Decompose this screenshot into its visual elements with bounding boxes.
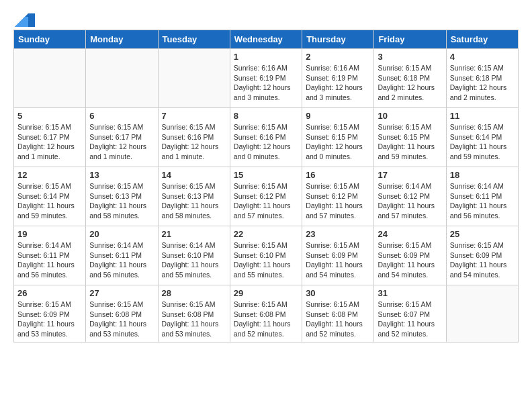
day-info: Sunrise: 6:15 AM Sunset: 6:15 PM Dayligh… — [306, 122, 370, 162]
day-number: 11 — [450, 111, 515, 121]
calendar-cell: 1Sunrise: 6:16 AM Sunset: 6:19 PM Daylig… — [230, 49, 302, 108]
calendar-cell — [158, 49, 230, 108]
calendar-cell: 20Sunrise: 6:14 AM Sunset: 6:11 PM Dayli… — [86, 226, 158, 285]
calendar-cell: 15Sunrise: 6:15 AM Sunset: 6:12 PM Dayli… — [230, 167, 302, 226]
calendar-cell — [14, 49, 86, 108]
day-number: 29 — [234, 288, 298, 298]
calendar-cell: 25Sunrise: 6:15 AM Sunset: 6:09 PM Dayli… — [446, 226, 518, 285]
day-number: 2 — [306, 52, 370, 62]
day-number: 23 — [306, 229, 370, 239]
day-info: Sunrise: 6:16 AM Sunset: 6:19 PM Dayligh… — [234, 63, 298, 103]
day-info: Sunrise: 6:16 AM Sunset: 6:19 PM Dayligh… — [306, 63, 370, 103]
calendar-cell: 6Sunrise: 6:15 AM Sunset: 6:17 PM Daylig… — [86, 108, 158, 167]
calendar-cell: 23Sunrise: 6:15 AM Sunset: 6:09 PM Dayli… — [302, 226, 374, 285]
day-info: Sunrise: 6:15 AM Sunset: 6:07 PM Dayligh… — [378, 300, 442, 339]
day-number: 24 — [378, 229, 442, 239]
calendar-cell — [86, 49, 158, 108]
day-info: Sunrise: 6:15 AM Sunset: 6:08 PM Dayligh… — [89, 300, 154, 339]
day-info: Sunrise: 6:15 AM Sunset: 6:09 PM Dayligh… — [306, 240, 370, 280]
calendar-cell: 5Sunrise: 6:15 AM Sunset: 6:17 PM Daylig… — [14, 108, 86, 167]
day-number: 21 — [162, 229, 226, 239]
day-number: 18 — [450, 170, 515, 180]
day-info: Sunrise: 6:15 AM Sunset: 6:13 PM Dayligh… — [162, 181, 226, 221]
day-number: 15 — [234, 170, 298, 180]
day-info: Sunrise: 6:15 AM Sunset: 6:14 PM Dayligh… — [450, 122, 515, 162]
day-number: 13 — [89, 170, 154, 180]
day-info: Sunrise: 6:14 AM Sunset: 6:11 PM Dayligh… — [450, 181, 515, 221]
calendar-cell: 3Sunrise: 6:15 AM Sunset: 6:18 PM Daylig… — [374, 49, 446, 108]
day-info: Sunrise: 6:15 AM Sunset: 6:17 PM Dayligh… — [89, 122, 154, 162]
calendar-cell: 22Sunrise: 6:15 AM Sunset: 6:10 PM Dayli… — [230, 226, 302, 285]
calendar-cell: 13Sunrise: 6:15 AM Sunset: 6:13 PM Dayli… — [86, 167, 158, 226]
day-number: 10 — [378, 111, 442, 121]
calendar-header-row: SundayMondayTuesdayWednesdayThursdayFrid… — [14, 30, 519, 49]
day-number: 1 — [234, 52, 298, 62]
day-info: Sunrise: 6:15 AM Sunset: 6:12 PM Dayligh… — [234, 181, 298, 221]
day-number: 30 — [306, 288, 370, 298]
day-number: 6 — [89, 111, 154, 121]
day-info: Sunrise: 6:15 AM Sunset: 6:12 PM Dayligh… — [306, 181, 370, 221]
day-number: 12 — [17, 170, 82, 180]
day-number: 19 — [17, 229, 82, 239]
calendar-cell: 21Sunrise: 6:14 AM Sunset: 6:10 PM Dayli… — [158, 226, 230, 285]
calendar-cell: 30Sunrise: 6:15 AM Sunset: 6:08 PM Dayli… — [302, 285, 374, 342]
day-info: Sunrise: 6:15 AM Sunset: 6:13 PM Dayligh… — [89, 181, 154, 221]
calendar-cell: 29Sunrise: 6:15 AM Sunset: 6:08 PM Dayli… — [230, 285, 302, 342]
day-number: 4 — [450, 52, 515, 62]
calendar-cell: 4Sunrise: 6:15 AM Sunset: 6:18 PM Daylig… — [446, 49, 518, 108]
calendar-cell: 24Sunrise: 6:15 AM Sunset: 6:09 PM Dayli… — [374, 226, 446, 285]
calendar-cell: 27Sunrise: 6:15 AM Sunset: 6:08 PM Dayli… — [86, 285, 158, 342]
svg-marker-1 — [15, 17, 28, 27]
day-number: 14 — [162, 170, 226, 180]
calendar-cell: 26Sunrise: 6:15 AM Sunset: 6:09 PM Dayli… — [14, 285, 86, 342]
weekday-header-friday: Friday — [374, 30, 446, 49]
calendar-week-5: 26Sunrise: 6:15 AM Sunset: 6:09 PM Dayli… — [14, 285, 519, 342]
day-number: 25 — [450, 229, 515, 239]
day-number: 9 — [306, 111, 370, 121]
calendar-cell: 10Sunrise: 6:15 AM Sunset: 6:15 PM Dayli… — [374, 108, 446, 167]
day-number: 5 — [17, 111, 82, 121]
day-info: Sunrise: 6:15 AM Sunset: 6:10 PM Dayligh… — [234, 240, 298, 280]
weekday-header-sunday: Sunday — [14, 30, 86, 49]
calendar-cell: 8Sunrise: 6:15 AM Sunset: 6:16 PM Daylig… — [230, 108, 302, 167]
weekday-header-wednesday: Wednesday — [230, 30, 302, 49]
calendar-cell — [446, 285, 518, 342]
calendar-week-4: 19Sunrise: 6:14 AM Sunset: 6:11 PM Dayli… — [14, 226, 519, 285]
calendar-cell: 16Sunrise: 6:15 AM Sunset: 6:12 PM Dayli… — [302, 167, 374, 226]
day-info: Sunrise: 6:15 AM Sunset: 6:16 PM Dayligh… — [234, 122, 298, 162]
day-info: Sunrise: 6:15 AM Sunset: 6:15 PM Dayligh… — [378, 122, 442, 162]
day-number: 27 — [89, 288, 154, 298]
day-info: Sunrise: 6:15 AM Sunset: 6:18 PM Dayligh… — [378, 63, 442, 103]
day-number: 20 — [89, 229, 154, 239]
day-number: 7 — [162, 111, 226, 121]
calendar-table: SundayMondayTuesdayWednesdayThursdayFrid… — [13, 30, 519, 342]
calendar-cell: 9Sunrise: 6:15 AM Sunset: 6:15 PM Daylig… — [302, 108, 374, 167]
calendar-cell: 17Sunrise: 6:14 AM Sunset: 6:12 PM Dayli… — [374, 167, 446, 226]
day-info: Sunrise: 6:14 AM Sunset: 6:11 PM Dayligh… — [89, 240, 154, 280]
day-number: 16 — [306, 170, 370, 180]
calendar-cell: 31Sunrise: 6:15 AM Sunset: 6:07 PM Dayli… — [374, 285, 446, 342]
day-info: Sunrise: 6:15 AM Sunset: 6:16 PM Dayligh… — [162, 122, 226, 162]
calendar-cell: 7Sunrise: 6:15 AM Sunset: 6:16 PM Daylig… — [158, 108, 230, 167]
day-info: Sunrise: 6:15 AM Sunset: 6:08 PM Dayligh… — [306, 300, 370, 339]
day-number: 26 — [17, 288, 82, 298]
calendar-week-3: 12Sunrise: 6:15 AM Sunset: 6:14 PM Dayli… — [14, 167, 519, 226]
weekday-header-tuesday: Tuesday — [158, 30, 230, 49]
day-info: Sunrise: 6:15 AM Sunset: 6:08 PM Dayligh… — [162, 300, 226, 339]
calendar-week-2: 5Sunrise: 6:15 AM Sunset: 6:17 PM Daylig… — [14, 108, 519, 167]
day-info: Sunrise: 6:15 AM Sunset: 6:09 PM Dayligh… — [450, 240, 515, 280]
day-info: Sunrise: 6:15 AM Sunset: 6:14 PM Dayligh… — [17, 181, 82, 221]
calendar-cell: 12Sunrise: 6:15 AM Sunset: 6:14 PM Dayli… — [14, 167, 86, 226]
calendar-cell: 2Sunrise: 6:16 AM Sunset: 6:19 PM Daylig… — [302, 49, 374, 108]
weekday-header-monday: Monday — [86, 30, 158, 49]
day-info: Sunrise: 6:15 AM Sunset: 6:18 PM Dayligh… — [450, 63, 515, 103]
day-info: Sunrise: 6:15 AM Sunset: 6:09 PM Dayligh… — [17, 300, 82, 339]
calendar-cell: 14Sunrise: 6:15 AM Sunset: 6:13 PM Dayli… — [158, 167, 230, 226]
weekday-header-saturday: Saturday — [446, 30, 518, 49]
calendar-cell: 19Sunrise: 6:14 AM Sunset: 6:11 PM Dayli… — [14, 226, 86, 285]
logo-icon — [15, 13, 35, 27]
calendar-cell: 28Sunrise: 6:15 AM Sunset: 6:08 PM Dayli… — [158, 285, 230, 342]
day-number: 31 — [378, 288, 442, 298]
page-header — [13, 13, 519, 23]
calendar-cell: 11Sunrise: 6:15 AM Sunset: 6:14 PM Dayli… — [446, 108, 518, 167]
